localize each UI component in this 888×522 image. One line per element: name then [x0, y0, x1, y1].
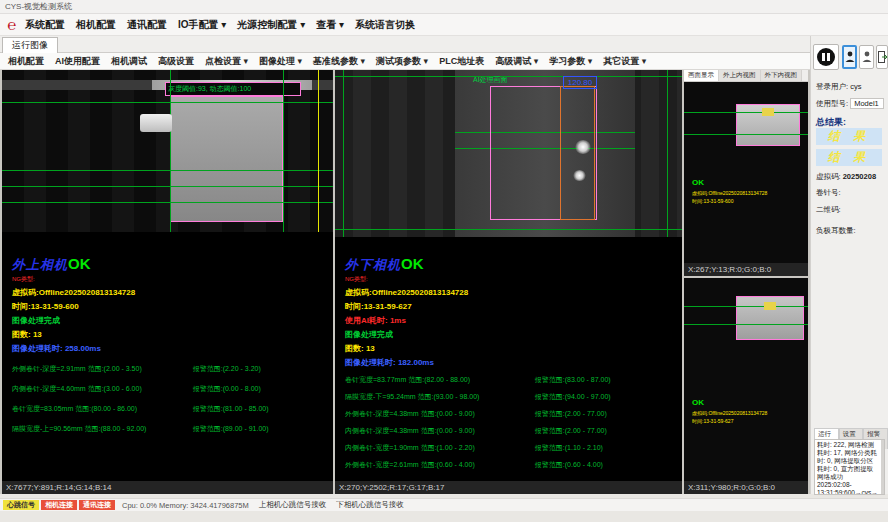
virtual-code-row: 虚拟码: 20250208	[816, 172, 876, 182]
tool-advanced-settings[interactable]: 高级设置	[158, 55, 194, 68]
bright-spot	[573, 170, 586, 181]
thumb-time: 时间:13-31-59-600	[692, 198, 804, 204]
inspected-part	[170, 96, 283, 222]
green-guide-line-vertical	[283, 70, 284, 232]
middle-pixel-coordinates: X:270;Y:2502;R:17;G:17;B:17	[335, 481, 682, 494]
measurement-text: 内侧卷针-宽度=1.90mm 范围:(1.00 - 2.20)	[345, 443, 535, 453]
menu-light-config[interactable]: 光源控制配置 ▾	[237, 18, 305, 32]
green-guide-line	[684, 112, 808, 113]
thumb-ok-status: OK	[692, 398, 704, 407]
tool-image-process[interactable]: 图像处理 ▾	[259, 55, 302, 68]
thumb-tab-upper-view[interactable]: 外上内视图	[719, 70, 761, 81]
thumbnail-top-panel[interactable]: OK 虚拟码:Offline2025020813134728 时间:13-31-…	[684, 82, 808, 276]
middle-camera-ok-status: OK	[401, 255, 424, 272]
tool-camera-debug[interactable]: 相机调试	[111, 55, 147, 68]
upper-camera-heartbeat-status: 上相机心跳信号接收	[259, 500, 327, 510]
left-camera-result-line: 外上相机OK	[12, 255, 329, 274]
tool-ai-config[interactable]: AI使用配置	[55, 55, 100, 68]
alarm-range-text: 报警范围:(2.00 - 77.00)	[535, 426, 678, 436]
middle-camera-image[interactable]: AI处理画面 120.80	[335, 70, 682, 237]
left-camera-ok-status: OK	[68, 255, 91, 272]
user-manage-button[interactable]	[859, 45, 874, 69]
threshold-label: 灰度阈值:93, 动态阈值:100	[168, 83, 251, 95]
left-ng-type: NG类型:	[12, 275, 329, 284]
threshold-label-box: 灰度阈值:93, 动态阈值:100	[165, 82, 301, 96]
user-login-button[interactable]	[842, 45, 857, 69]
green-guide-line	[335, 229, 682, 230]
pin-number-label: 卷针号:	[816, 188, 841, 198]
connector-blob	[140, 114, 172, 132]
user-icon	[845, 51, 855, 63]
middle-time: 时间:13-31-59-627	[345, 301, 678, 312]
login-user-label: 登录用户:	[816, 82, 848, 91]
green-guide-line	[335, 76, 682, 77]
thumb-bottom-pixel-coordinates: X:311;Y:980;R:0;G:0;B:0	[684, 481, 808, 494]
alarm-range-text: 报警范围:(83.00 - 87.00)	[535, 375, 678, 385]
log-scrollbar[interactable]	[881, 440, 884, 494]
thumb-marker	[764, 302, 776, 310]
left-camera-image[interactable]: 灰度阈值:93, 动态阈值:100	[2, 70, 333, 232]
pause-icon	[817, 48, 835, 66]
alarm-range-text: 报警范围:(0.00 - 8.00)	[193, 384, 329, 394]
menu-io-config[interactable]: IO手配置 ▾	[178, 18, 226, 32]
measurement-text: 卷针宽度=83.77mm 范围:(82.00 - 88.00)	[345, 375, 535, 385]
menu-system-config[interactable]: 系统配置	[25, 18, 65, 32]
tool-test-params[interactable]: 测试项参数 ▾	[376, 55, 428, 68]
thumb-tab-display[interactable]: 画面显示	[684, 70, 719, 81]
model-value: Model1	[850, 98, 884, 109]
middle-frame-count: 图数: 13	[345, 343, 678, 354]
middle-camera-result-line: 外下相机OK	[345, 255, 678, 274]
thumb-ok-status: OK	[692, 178, 704, 187]
green-guide-line	[684, 306, 808, 307]
menu-camera-config[interactable]: 相机配置	[76, 18, 116, 32]
yellow-guide-line	[318, 70, 319, 232]
exit-door-icon	[878, 51, 887, 63]
left-camera-name: 外上相机	[12, 257, 68, 272]
thumbnail-bottom-panel[interactable]: OK 虚拟码:Offline2025020813134728 时间:13-31-…	[684, 278, 808, 494]
virtual-code-value: 20250208	[843, 172, 876, 181]
model-label: 使用型号:	[816, 99, 848, 108]
measurement-row: 隔膜宽度-上=90.56mm 范围:(88.00 - 92.00) 报警范围:(…	[12, 424, 329, 434]
app-logo-icon: ℮	[4, 17, 19, 32]
middle-process-time: 图像处理耗时: 182.00ms	[345, 357, 678, 368]
tool-baseline-params[interactable]: 基准线参数 ▾	[313, 55, 365, 68]
pause-button[interactable]	[813, 44, 839, 70]
app-window: CYS-视觉检测系统 ℮ 系统配置 相机配置 通讯配置 IO手配置 ▾ 光源控制…	[0, 0, 888, 522]
tab-strip: 运行图像	[0, 36, 810, 53]
tool-learn-params[interactable]: 学习参数 ▾	[549, 55, 592, 68]
green-guide-line-vertical	[667, 70, 668, 237]
left-camera-panel: 灰度阈值:93, 动态阈值:100 外上相机OK NG类型: 虚拟码:Offli…	[2, 70, 333, 494]
menu-language-switch[interactable]: 系统语言切换	[355, 18, 415, 32]
thumb-time: 时间:13-31-59-627	[692, 418, 804, 424]
green-guide-line-vertical	[170, 70, 171, 232]
window-title: CYS-视觉检测系统	[5, 2, 72, 11]
menu-view[interactable]: 查看 ▾	[316, 18, 344, 32]
status-bar: 心跳信号 相机连接 通讯连接 Cpu: 0.0% Memory: 3424.41…	[0, 498, 888, 511]
login-user-value: cys	[850, 82, 861, 91]
log-output[interactable]: 耗时: 222, 网络检测耗时: 17, 网络分类耗时: 0, 网络提取分区耗时…	[814, 439, 885, 495]
measurement-row: 卷针宽度=83.05mm 范围:(80.00 - 86.00) 报警范围:(81…	[12, 404, 329, 414]
result-box-lower: 结 果	[816, 149, 882, 166]
measurement-row: 卷针宽度=83.77mm 范围:(82.00 - 88.00) 报警范围:(83…	[345, 375, 678, 385]
tool-other-settings[interactable]: 其它设置 ▾	[603, 55, 646, 68]
alarm-range-text: 报警范围:(1.10 - 2.10)	[535, 443, 678, 453]
left-time: 时间:13-31-59-600	[12, 301, 329, 312]
tool-camera-config[interactable]: 相机配置	[8, 55, 44, 68]
green-guide-line-vertical	[343, 70, 344, 237]
middle-measurement-list: 卷针宽度=83.77mm 范围:(82.00 - 88.00) 报警范围:(83…	[345, 375, 678, 470]
user-icon	[862, 51, 872, 63]
left-process-time: 图像处理耗时: 258.00ms	[12, 343, 329, 354]
middle-camera-name: 外下相机	[345, 257, 401, 272]
thumbnail-tab-strip: 画面显示 外上内视图 外下内视图	[684, 70, 808, 82]
middle-process-done: 图像处理完成	[345, 329, 678, 340]
measurement-row: 隔膜宽度-下=95.24mm 范围:(93.00 - 98.00) 报警范围:(…	[345, 392, 678, 402]
tab-run-image[interactable]: 运行图像	[2, 37, 58, 53]
tool-spot-check[interactable]: 点检设置 ▾	[205, 55, 248, 68]
thumb-tab-lower-view[interactable]: 外下内视图	[761, 70, 803, 81]
tool-plc-address[interactable]: PLC地址表	[439, 55, 484, 68]
menu-comm-config[interactable]: 通讯配置	[127, 18, 167, 32]
exit-button[interactable]	[876, 45, 888, 69]
green-guide-line	[684, 134, 808, 135]
tool-advanced-debug[interactable]: 高级调试 ▾	[495, 55, 538, 68]
middle-virtual-code: 虚拟码:Offline2025020813134728	[345, 287, 678, 298]
